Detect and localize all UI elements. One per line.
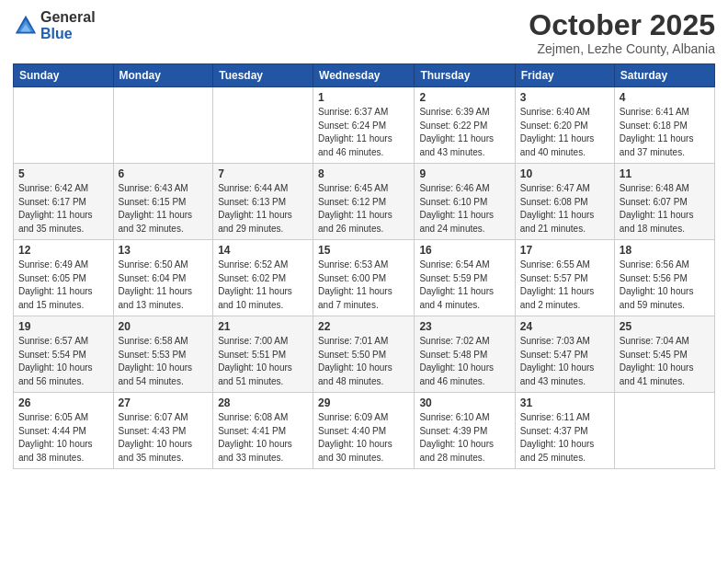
header-saturday: Saturday: [614, 64, 714, 87]
calendar-cell: 11Sunrise: 6:48 AM Sunset: 6:07 PM Dayli…: [614, 164, 714, 240]
logo-icon: [13, 13, 39, 39]
day-number: 11: [620, 167, 710, 180]
calendar-cell: 22Sunrise: 7:01 AM Sunset: 5:50 PM Dayli…: [313, 316, 415, 393]
day-number: 13: [119, 244, 209, 257]
day-info: Sunrise: 6:49 AM Sunset: 6:05 PM Dayligh…: [18, 259, 108, 312]
day-info: Sunrise: 6:37 AM Sunset: 6:24 PM Dayligh…: [318, 106, 409, 159]
day-number: 17: [520, 244, 609, 257]
calendar-cell: 16Sunrise: 6:54 AM Sunset: 5:59 PM Dayli…: [415, 240, 515, 316]
calendar-cell: 18Sunrise: 6:56 AM Sunset: 5:56 PM Dayli…: [614, 240, 714, 316]
calendar-cell: [614, 393, 714, 469]
calendar-cell: 12Sunrise: 6:49 AM Sunset: 6:05 PM Dayli…: [14, 240, 114, 316]
calendar-cell: 9Sunrise: 6:46 AM Sunset: 6:10 PM Daylig…: [415, 164, 515, 240]
day-number: 4: [620, 91, 710, 104]
day-info: Sunrise: 6:57 AM Sunset: 5:54 PM Dayligh…: [18, 335, 108, 388]
day-info: Sunrise: 6:53 AM Sunset: 6:00 PM Dayligh…: [318, 259, 409, 312]
day-number: 29: [318, 396, 409, 409]
day-number: 10: [520, 167, 609, 180]
day-number: 27: [119, 396, 209, 409]
calendar-cell: 7Sunrise: 6:44 AM Sunset: 6:13 PM Daylig…: [213, 164, 313, 240]
calendar-week-row-3: 12Sunrise: 6:49 AM Sunset: 6:05 PM Dayli…: [14, 240, 715, 316]
day-number: 3: [520, 91, 609, 104]
page: General Blue October 2025 Zejmen, Lezhe …: [0, 0, 728, 563]
day-info: Sunrise: 6:11 AM Sunset: 4:37 PM Dayligh…: [520, 411, 609, 465]
calendar-cell: 31Sunrise: 6:11 AM Sunset: 4:37 PM Dayli…: [515, 393, 614, 469]
day-info: Sunrise: 7:03 AM Sunset: 5:47 PM Dayligh…: [520, 335, 609, 388]
calendar-cell: 25Sunrise: 7:04 AM Sunset: 5:45 PM Dayli…: [614, 316, 714, 393]
header-sunday: Sunday: [14, 64, 114, 87]
day-info: Sunrise: 6:07 AM Sunset: 4:43 PM Dayligh…: [119, 411, 209, 465]
day-info: Sunrise: 6:08 AM Sunset: 4:41 PM Dayligh…: [218, 411, 308, 465]
calendar-cell: 17Sunrise: 6:55 AM Sunset: 5:57 PM Dayli…: [515, 240, 614, 316]
day-info: Sunrise: 6:56 AM Sunset: 5:56 PM Dayligh…: [620, 259, 710, 312]
day-info: Sunrise: 6:09 AM Sunset: 4:40 PM Dayligh…: [318, 411, 409, 465]
header-thursday: Thursday: [415, 64, 515, 87]
day-number: 24: [520, 320, 609, 333]
day-number: 25: [620, 320, 710, 333]
calendar-cell: [213, 87, 313, 164]
day-info: Sunrise: 6:44 AM Sunset: 6:13 PM Dayligh…: [218, 182, 308, 236]
calendar-cell: 1Sunrise: 6:37 AM Sunset: 6:24 PM Daylig…: [313, 87, 415, 164]
calendar-cell: 23Sunrise: 7:02 AM Sunset: 5:48 PM Dayli…: [415, 316, 515, 393]
calendar-header-row: Sunday Monday Tuesday Wednesday Thursday…: [14, 64, 715, 87]
day-info: Sunrise: 7:00 AM Sunset: 5:51 PM Dayligh…: [218, 335, 308, 388]
day-number: 16: [419, 244, 509, 257]
day-info: Sunrise: 6:46 AM Sunset: 6:10 PM Dayligh…: [419, 182, 509, 236]
calendar-cell: 4Sunrise: 6:41 AM Sunset: 6:18 PM Daylig…: [614, 87, 714, 164]
calendar-cell: [14, 87, 114, 164]
day-info: Sunrise: 6:48 AM Sunset: 6:07 PM Dayligh…: [620, 182, 710, 236]
day-number: 26: [18, 396, 108, 409]
day-number: 9: [419, 167, 509, 180]
header-monday: Monday: [113, 64, 213, 87]
calendar: Sunday Monday Tuesday Wednesday Thursday…: [13, 63, 715, 469]
day-info: Sunrise: 6:41 AM Sunset: 6:18 PM Dayligh…: [620, 106, 710, 159]
day-number: 7: [218, 167, 308, 180]
header: General Blue October 2025 Zejmen, Lezhe …: [13, 9, 715, 56]
day-number: 12: [18, 244, 108, 257]
day-number: 1: [318, 91, 409, 104]
calendar-cell: 3Sunrise: 6:40 AM Sunset: 6:20 PM Daylig…: [515, 87, 614, 164]
calendar-cell: 20Sunrise: 6:58 AM Sunset: 5:53 PM Dayli…: [113, 316, 213, 393]
header-friday: Friday: [515, 64, 614, 87]
calendar-cell: 5Sunrise: 6:42 AM Sunset: 6:17 PM Daylig…: [14, 164, 114, 240]
calendar-cell: 30Sunrise: 6:10 AM Sunset: 4:39 PM Dayli…: [415, 393, 515, 469]
day-number: 18: [620, 244, 710, 257]
calendar-cell: 15Sunrise: 6:53 AM Sunset: 6:00 PM Dayli…: [313, 240, 415, 316]
day-number: 19: [18, 320, 108, 333]
day-number: 28: [218, 396, 308, 409]
header-wednesday: Wednesday: [313, 64, 415, 87]
day-number: 30: [419, 396, 509, 409]
calendar-cell: 14Sunrise: 6:52 AM Sunset: 6:02 PM Dayli…: [213, 240, 313, 316]
day-info: Sunrise: 7:01 AM Sunset: 5:50 PM Dayligh…: [318, 335, 409, 388]
day-info: Sunrise: 7:02 AM Sunset: 5:48 PM Dayligh…: [419, 335, 509, 388]
day-number: 23: [419, 320, 509, 333]
calendar-cell: 24Sunrise: 7:03 AM Sunset: 5:47 PM Dayli…: [515, 316, 614, 393]
calendar-week-row-1: 1Sunrise: 6:37 AM Sunset: 6:24 PM Daylig…: [14, 87, 715, 164]
day-info: Sunrise: 6:39 AM Sunset: 6:22 PM Dayligh…: [419, 106, 509, 159]
day-number: 31: [520, 396, 609, 409]
calendar-cell: 27Sunrise: 6:07 AM Sunset: 4:43 PM Dayli…: [113, 393, 213, 469]
day-info: Sunrise: 6:40 AM Sunset: 6:20 PM Dayligh…: [520, 106, 609, 159]
calendar-cell: 26Sunrise: 6:05 AM Sunset: 4:44 PM Dayli…: [14, 393, 114, 469]
calendar-cell: 28Sunrise: 6:08 AM Sunset: 4:41 PM Dayli…: [213, 393, 313, 469]
calendar-cell: 13Sunrise: 6:50 AM Sunset: 6:04 PM Dayli…: [113, 240, 213, 316]
day-number: 15: [318, 244, 409, 257]
main-title: October 2025: [529, 9, 715, 41]
title-block: October 2025 Zejmen, Lezhe County, Alban…: [529, 9, 715, 56]
day-info: Sunrise: 6:45 AM Sunset: 6:12 PM Dayligh…: [318, 182, 409, 236]
day-info: Sunrise: 6:47 AM Sunset: 6:08 PM Dayligh…: [520, 182, 609, 236]
day-info: Sunrise: 6:52 AM Sunset: 6:02 PM Dayligh…: [218, 259, 308, 312]
calendar-cell: 10Sunrise: 6:47 AM Sunset: 6:08 PM Dayli…: [515, 164, 614, 240]
day-info: Sunrise: 7:04 AM Sunset: 5:45 PM Dayligh…: [620, 335, 710, 388]
calendar-week-row-4: 19Sunrise: 6:57 AM Sunset: 5:54 PM Dayli…: [14, 316, 715, 393]
day-number: 20: [119, 320, 209, 333]
calendar-cell: 6Sunrise: 6:43 AM Sunset: 6:15 PM Daylig…: [113, 164, 213, 240]
subtitle: Zejmen, Lezhe County, Albania: [529, 41, 715, 56]
calendar-cell: 21Sunrise: 7:00 AM Sunset: 5:51 PM Dayli…: [213, 316, 313, 393]
day-info: Sunrise: 6:58 AM Sunset: 5:53 PM Dayligh…: [119, 335, 209, 388]
day-number: 8: [318, 167, 409, 180]
calendar-cell: [113, 87, 213, 164]
logo-general-text: General: [40, 9, 96, 26]
calendar-cell: 2Sunrise: 6:39 AM Sunset: 6:22 PM Daylig…: [415, 87, 515, 164]
calendar-week-row-2: 5Sunrise: 6:42 AM Sunset: 6:17 PM Daylig…: [14, 164, 715, 240]
